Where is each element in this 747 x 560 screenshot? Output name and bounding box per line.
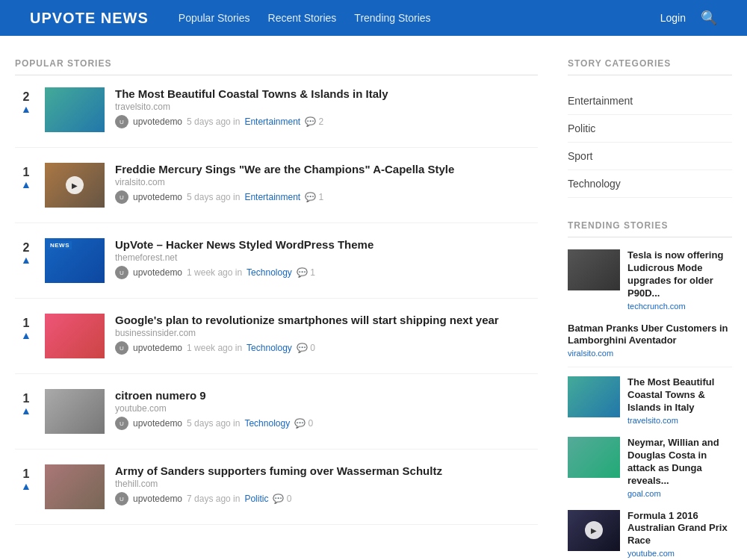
meta-time: 1 week ago in [187, 267, 242, 278]
meta-category[interactable]: Technology [247, 343, 292, 353]
story-meta: U upvotedemo 5 days ago in Entertainment… [115, 115, 538, 128]
main-container: POPULAR STORIES 2 ▲ The Most Beautiful C… [0, 36, 747, 560]
meta-comments: 💬 1 [305, 192, 323, 202]
story-domain[interactable]: businessinsider.com [115, 328, 538, 338]
trending-text: Tesla is now offering Ludicrous Mode upg… [627, 249, 732, 311]
trending-text: Formula 1 2016 Australian Grand Prix Rac… [627, 510, 732, 559]
story-title[interactable]: UpVote – Hacker News Styled WordPress Th… [115, 238, 538, 251]
meta-time: 5 days ago in [187, 418, 240, 429]
story-domain[interactable]: themeforest.net [115, 252, 538, 263]
story-title[interactable]: Army of Sanders supporters fuming over W… [115, 464, 538, 477]
popular-stories-section: POPULAR STORIES 2 ▲ The Most Beautiful C… [15, 58, 538, 560]
category-item[interactable]: Technology [568, 170, 732, 198]
trending-domain[interactable]: goal.com [627, 489, 732, 498]
meta-category[interactable]: Entertainment [244, 192, 300, 202]
meta-author: upvotedemo [133, 418, 182, 429]
story-meta: U upvotedemo 1 week ago in Technology 💬 … [115, 341, 538, 355]
upvote-arrow[interactable]: ▲ [21, 104, 31, 114]
story-title[interactable]: The Most Beautiful Coastal Towns & Islan… [115, 87, 538, 100]
site-logo[interactable]: UPVOTE NEWS [30, 10, 149, 27]
trending-domain[interactable]: travelsito.com [627, 416, 732, 425]
trending-thumbnail: ▶ [568, 510, 620, 551]
nav-popular[interactable]: Popular Stories [179, 12, 250, 24]
category-item[interactable]: Sport [568, 143, 732, 170]
stories-list: 2 ▲ The Most Beautiful Coastal Towns & I… [15, 87, 538, 525]
meta-author: upvotedemo [133, 116, 182, 127]
meta-comments: 💬 0 [273, 494, 291, 504]
nav-recent[interactable]: Recent Stories [268, 12, 337, 24]
meta-category[interactable]: Entertainment [244, 116, 300, 127]
story-content: citroen numero 9 youtube.com U upvotedem… [115, 389, 538, 430]
upvote-arrow[interactable]: ▲ [21, 330, 31, 340]
trending-item-no-thumb: Batman Pranks Uber Customers in Lamborgh… [568, 323, 732, 368]
story-domain[interactable]: thehill.com [115, 479, 538, 489]
play-icon[interactable]: ▶ [66, 176, 84, 194]
story-meta: U upvotedemo 1 week ago in Technology 💬 … [115, 266, 538, 279]
trending-title[interactable]: Tesla is now offering Ludicrous Mode upg… [627, 249, 732, 300]
author-avatar: U [115, 266, 128, 279]
meta-category[interactable]: Politic [244, 494, 268, 504]
meta-time: 5 days ago in [187, 116, 240, 127]
nav-trending[interactable]: Trending Stories [354, 12, 430, 24]
meta-time: 7 days ago in [187, 494, 240, 504]
meta-author: upvotedemo [133, 192, 182, 202]
trending-title[interactable]: Neymar, Willian and Douglas Costa in att… [627, 437, 732, 488]
sidebar: STORY CATEGORIES EntertainmentPoliticSpo… [568, 58, 732, 560]
meta-comments: 💬 2 [305, 116, 323, 127]
story-title[interactable]: citroen numero 9 [115, 389, 538, 402]
story-thumbnail [45, 314, 105, 358]
story-content: Army of Sanders supporters fuming over W… [115, 464, 538, 505]
story-domain[interactable]: youtube.com [115, 403, 538, 414]
story-content: Google's plan to revolutionize smartphon… [115, 314, 538, 355]
trending-domain[interactable]: techcrunch.com [627, 302, 732, 311]
popular-section-title: POPULAR STORIES [15, 58, 538, 75]
trending-thumbnail [568, 437, 620, 478]
story-item: 2 ▲ The Most Beautiful Coastal Towns & I… [15, 87, 538, 148]
story-meta: U upvotedemo 5 days ago in Entertainment… [115, 190, 538, 204]
upvote-arrow[interactable]: ▲ [21, 481, 31, 491]
trending-item: ▶ Formula 1 2016 Australian Grand Prix R… [568, 510, 732, 559]
meta-comments: 💬 0 [297, 343, 315, 353]
vote-box: 1 ▲ [15, 317, 37, 340]
upvote-arrow[interactable]: ▲ [21, 255, 31, 265]
trending-title[interactable]: The Most Beautiful Coastal Towns & Islan… [627, 376, 732, 414]
story-title[interactable]: Freddie Mercury Sings "We are the Champi… [115, 163, 538, 175]
meta-category[interactable]: Technology [247, 267, 292, 278]
trending-item: Tesla is now offering Ludicrous Mode upg… [568, 249, 732, 311]
trending-title: TRENDING STORIES [568, 220, 732, 237]
story-thumbnail: ▶ [45, 163, 105, 208]
story-content: UpVote – Hacker News Styled WordPress Th… [115, 238, 538, 279]
story-domain[interactable]: travelsito.com [115, 102, 538, 112]
story-item: 1 ▲ Google's plan to revolutionize smart… [15, 314, 538, 374]
upvote-arrow[interactable]: ▲ [21, 405, 31, 416]
category-item[interactable]: Politic [568, 115, 732, 143]
story-domain[interactable]: viralsito.com [115, 177, 538, 187]
trending-domain[interactable]: viralsito.com [568, 349, 732, 358]
vote-box: 1 ▲ [15, 166, 37, 190]
meta-time: 5 days ago in [187, 192, 240, 202]
trending-item: Neymar, Willian and Douglas Costa in att… [568, 437, 732, 498]
upvote-arrow[interactable]: ▲ [21, 179, 31, 190]
story-thumbnail [45, 389, 105, 434]
trending-domain[interactable]: youtube.com [627, 549, 732, 558]
story-meta: U upvotedemo 7 days ago in Politic 💬 0 [115, 492, 538, 505]
search-button[interactable]: 🔍 [701, 10, 717, 26]
category-item[interactable]: Entertainment [568, 87, 732, 115]
play-icon[interactable]: ▶ [585, 521, 603, 539]
site-header: UPVOTE NEWS Popular Stories Recent Stori… [0, 0, 747, 36]
story-meta: U upvotedemo 5 days ago in Technology 💬 … [115, 417, 538, 430]
vote-count: 2 [23, 241, 30, 255]
story-item: 1 ▲ citroen numero 9 youtube.com U upvot… [15, 389, 538, 449]
trending-list: Tesla is now offering Ludicrous Mode upg… [568, 249, 732, 558]
trending-title[interactable]: Formula 1 2016 Australian Grand Prix Rac… [627, 510, 732, 548]
trending-text: The Most Beautiful Coastal Towns & Islan… [627, 376, 732, 425]
meta-comments: 💬 1 [297, 267, 315, 278]
login-button[interactable]: Login [660, 12, 686, 24]
story-title[interactable]: Google's plan to revolutionize smartphon… [115, 314, 538, 326]
vote-count: 1 [23, 166, 30, 179]
vote-count: 1 [23, 392, 30, 405]
meta-category[interactable]: Technology [244, 418, 290, 429]
trending-text: Neymar, Willian and Douglas Costa in att… [627, 437, 732, 498]
vote-count: 2 [23, 90, 30, 104]
trending-title[interactable]: Batman Pranks Uber Customers in Lamborgh… [568, 323, 732, 348]
